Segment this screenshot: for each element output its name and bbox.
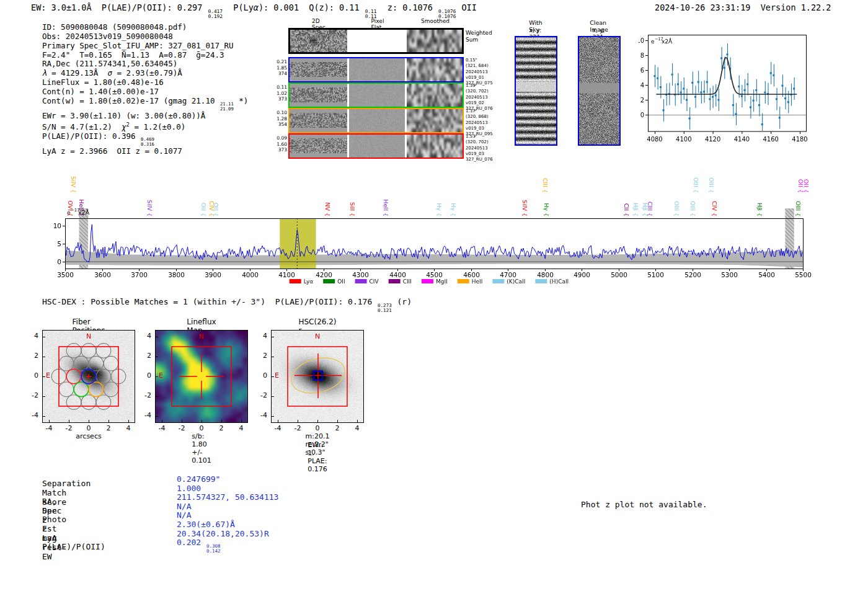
panel-xlabel-fiber: arcsecs: [76, 432, 101, 440]
stacked-uncertainty: 0.4170.192: [208, 9, 223, 19]
text-segment: HSC-DEX : Possible Matches = 1 (within +…: [42, 297, 377, 306]
info-line: Obs: 20240513v019_5090080048: [42, 32, 248, 42]
text-segment: Cont(w) = 1.80(±0.02)e-17 (gmag 21.10: [42, 96, 219, 105]
info-line: F=2.4" T=0.165 N̄=1.13 A=0.87 ḡ=24.3: [42, 51, 248, 60]
info-line: S/N = 4.7(±1.2) χ2 = 1.2(±0.0): [42, 120, 248, 131]
axis-tick-label: 2: [335, 424, 340, 432]
text-segment: N/A: [177, 502, 191, 511]
spec2d-row-canvas: [290, 30, 462, 52]
panel-xlabel2-hsc: EWr: 1. PLAE: 0.176: [308, 441, 327, 473]
text-segment: λ: [42, 68, 47, 78]
spec2d-row-right-labels: 1.39"(320, 702)20240513v019_02327_RU_076: [466, 83, 493, 112]
fiber-image-frame: [578, 36, 621, 146]
info-line: EWr = 3.90(±1.10) (w: 3.00(±0.80))Å: [42, 112, 248, 121]
axis-tick-label: -2: [251, 391, 267, 399]
detection-info-block: ID: 5090080048 (5090080048.pdf)Obs: 2024…: [42, 23, 248, 156]
spec2d-row-left-labels: 0.091.60373: [271, 135, 287, 153]
hsc-dex-match-line: HSC-DEX : Possible Matches = 1 (within +…: [42, 297, 412, 313]
spec2d-row-canvas: [290, 109, 463, 132]
info-line: P(LAE)/P(OII): 0.396 0.4690.316: [42, 132, 248, 147]
text-segment: Primary Spec_Slot_IFU_AMP: 327_081_017_R…: [42, 41, 234, 50]
panel-xlabel-lineflux: s/b: 1.80 +/- 0.101: [192, 432, 211, 464]
spec2d-row: [288, 28, 464, 54]
line-fit-plot-canvas: [639, 26, 825, 147]
spec2d-row-canvas: [290, 58, 463, 81]
text-segment: P(LAE)/P(OII): 0.396: [42, 131, 140, 141]
info-line: LyA z = 2.3966 OII z = 0.1077: [42, 147, 248, 156]
axis-tick-label: 2: [107, 424, 111, 432]
spec2d-row-right-labels: 0.15"(321, 684)20240513v019_01327_RU_075: [466, 58, 493, 86]
axis-tick-label: -4: [135, 411, 151, 419]
match-value: N/A: [177, 510, 191, 520]
axis-tick-label: -2: [135, 391, 151, 399]
axis-tick-label: -2: [66, 424, 73, 432]
axis-tick-label: -2: [179, 424, 185, 432]
spec2d-row-canvas: [290, 135, 463, 158]
header-timestamp: 2024-10-26 23:31:19 Version 1.22.2: [655, 2, 831, 12]
photz-note: Phot z plot not available.: [581, 500, 707, 509]
axis-tick-label: 0: [316, 424, 320, 432]
axis-tick-label: 0: [87, 424, 91, 432]
text-segment: *): [234, 96, 249, 105]
axis-tick-label: 4: [239, 424, 244, 432]
axis-tick-label: -4: [159, 424, 166, 432]
match-value: 0.247699": [177, 474, 220, 484]
axis-tick-label: -4: [251, 411, 267, 419]
match-value: 1.000: [177, 484, 201, 493]
text-segment: LyA z = 2.3966 OII z = 0.1077: [42, 146, 182, 156]
text-segment: = 2.93(±0.79)Å: [112, 68, 182, 78]
text-segment: N/A: [177, 510, 191, 520]
axis-tick-label: 0: [200, 424, 204, 432]
header-summary: EW: 3.0±1.0Å P(LAE)/P(OII): 0.297 0.4170…: [31, 2, 477, 19]
stacked-uncertainty: 21.1121.09: [220, 102, 234, 111]
axis-tick-label: 4: [135, 332, 151, 340]
info-line: λ = 4129.13Å σ = 2.93(±0.79)Å: [42, 69, 248, 78]
stacked-uncertainty: 0.3080.142: [206, 544, 221, 554]
match-value: 0.202 0.3080.142: [177, 538, 221, 554]
axis-tick-label: -2: [294, 424, 301, 432]
info-line: LineFlux = 1.80(±0.48)e-16: [42, 78, 248, 87]
text-segment: 20.34(20.18,20.53)R: [177, 529, 269, 538]
spec2d-row-left-labels: 0.111.02373: [271, 84, 287, 102]
axis-tick-label: -4: [275, 424, 281, 432]
info-line: RA,Dec (211.574341,50.634045): [42, 60, 248, 69]
axis-tick-label: -4: [46, 424, 53, 432]
match-value: 20.34(20.18,20.53)R: [177, 529, 269, 538]
text-segment: EW: 3.0±1.0Å P(LAE)/P(OII): 0.297: [31, 2, 207, 12]
spec2d-row: [288, 133, 464, 159]
axis-tick-label: 2: [251, 352, 267, 360]
text-segment: OII: [456, 2, 477, 12]
text-segment: 211.574327, 50.634113: [177, 492, 278, 502]
spec2d-row: [288, 82, 464, 108]
spec2d-col-header: Smoothed: [421, 18, 450, 24]
axis-tick-label: -2: [22, 391, 38, 399]
axis-tick-label: 4: [251, 332, 267, 340]
axis-tick-label: 0: [135, 371, 151, 380]
text-segment: 0.202: [177, 538, 206, 547]
stacked-uncertainty: 0.2730.121: [378, 303, 392, 313]
text-segment: 1.000: [177, 484, 201, 493]
axis-tick-label: 4: [355, 424, 360, 432]
text-segment: 2.30(±0.67)Å: [177, 520, 235, 529]
fiber-image-frame: [515, 36, 557, 146]
full-spectrum-plot-canvas: [37, 165, 831, 288]
text-segment: α: [254, 2, 259, 12]
info-line: Cont(w) = 1.80(±0.02)e-17 (gmag 21.10 21…: [42, 97, 248, 112]
text-segment: Cont(n) = 1.40(±0.00)e-17: [42, 87, 159, 96]
elixer-report-page: EW: 3.0±1.0Å P(LAE)/P(OII): 0.297 0.4170…: [0, 0, 868, 591]
text-segment: = 4129.13Å: [47, 68, 108, 78]
spec2d-row-right-labels: WeightedSum: [466, 30, 492, 43]
text-segment: P(Ly: [223, 2, 254, 12]
match-label: P(LAE)/P(OII): [42, 542, 105, 551]
match-label: Separation: [42, 479, 91, 488]
match-value: 2.30(±0.67)Å: [177, 520, 235, 529]
with_sky-canvas: [516, 37, 556, 144]
text-segment: = 1.2(±0.0): [130, 122, 185, 131]
lineflux-canvas: [155, 330, 248, 423]
spec2d-row: [288, 57, 464, 82]
stacked-uncertainty: 0.4690.316: [141, 137, 154, 146]
text-segment: ID: 5090080048 (5090080048.pdf): [42, 22, 187, 32]
axis-tick-label: 0: [22, 371, 38, 380]
text-segment: 0.247699": [177, 474, 220, 484]
text-segment: EWr = 3.90(±1.10) (w: 3.00(±0.80))Å: [42, 111, 205, 120]
